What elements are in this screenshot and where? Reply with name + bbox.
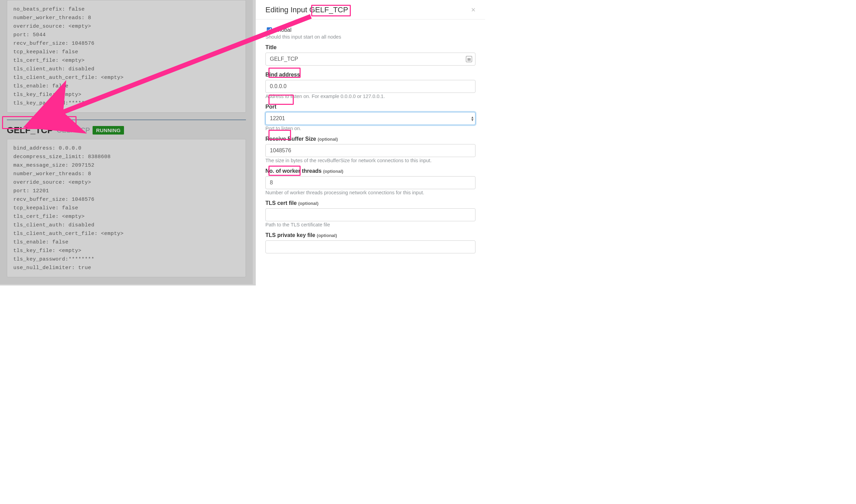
recv-buffer-input[interactable]	[265, 144, 475, 157]
config-line: tls_key_file: <empty>	[13, 247, 239, 255]
modal-title: Editing Input GELF_TCP	[265, 5, 348, 14]
config-line: tls_cert_file: <empty>	[13, 212, 239, 221]
recv-buffer-label: Receive Buffer Size (optional)	[265, 136, 475, 142]
optional-tag: (optional)	[298, 201, 318, 206]
config-line: tls_client_auth_cert_file: <empty>	[13, 73, 239, 82]
bind-address-label: Bind address	[265, 72, 475, 78]
recv-buffer-help: The size in bytes of the recvBufferSize …	[265, 158, 475, 163]
modal-title-prefix: Editing Input	[265, 5, 309, 14]
status-badge: RUNNING	[93, 126, 124, 135]
gelf-input-header: GELF_TCP GELF TCP RUNNING	[7, 124, 246, 139]
worker-threads-label: No. of worker threads (optional)	[265, 168, 475, 174]
config-line: tls_client_auth: disabled	[13, 221, 239, 229]
config-line: port: 12201	[13, 187, 239, 195]
config-line: max_message_size: 2097152	[13, 161, 239, 170]
bind-address-help: Address to listen on. For example 0.0.0.…	[265, 94, 475, 99]
recv-buffer-label-text: Receive Buffer Size	[265, 136, 316, 142]
gelf-input-title: GELF_TCP	[7, 125, 53, 136]
modal-title-name: GELF_TCP	[309, 5, 348, 14]
optional-tag: (optional)	[323, 169, 343, 174]
tls-cert-input[interactable]	[265, 208, 475, 221]
optional-tag: (optional)	[317, 233, 337, 238]
config-box-top: no_beats_prefix: falsenumber_worker_thre…	[7, 0, 246, 113]
modal-header: Editing Input GELF_TCP ×	[256, 0, 485, 19]
modal-body: Global Should this input start on all no…	[256, 19, 485, 257]
config-line: number_worker_threads: 8	[13, 170, 239, 178]
worker-threads-label-text: No. of worker threads	[265, 168, 321, 174]
config-line: tls_cert_file: <empty>	[13, 56, 239, 65]
tls-key-label: TLS private key file (optional)	[265, 232, 475, 238]
config-line: recv_buffer_size: 1048576	[13, 195, 239, 204]
config-line: override_source: <empty>	[13, 178, 239, 187]
tls-cert-label: TLS cert file (optional)	[265, 200, 475, 206]
config-line: tls_client_auth: disabled	[13, 65, 239, 73]
config-line: use_null_delimiter: true	[13, 264, 239, 272]
config-box-bottom: bind_address: 0.0.0.0decompress_size_lim…	[7, 139, 246, 277]
tls-key-input[interactable]	[265, 240, 475, 253]
port-label: Port	[265, 104, 475, 110]
left-pane: no_beats_prefix: falsenumber_worker_thre…	[0, 0, 253, 284]
config-line: no_beats_prefix: false	[13, 5, 239, 14]
config-line: tcp_keepalive: false	[13, 48, 239, 56]
worker-threads-help: Number of worker threads processing netw…	[265, 190, 475, 195]
config-line: tls_client_auth_cert_file: <empty>	[13, 229, 239, 238]
tls-cert-help: Path to the TLS certificate file	[265, 222, 475, 227]
divider	[7, 120, 246, 120]
tls-cert-label-text: TLS cert file	[265, 200, 297, 206]
config-line: tls_enable: false	[13, 238, 239, 247]
tls-key-label-text: TLS private key file	[265, 232, 315, 238]
config-line: tls_key_password:********	[13, 99, 239, 108]
global-checkbox-label[interactable]: Global	[276, 27, 291, 33]
bind-address-input[interactable]	[265, 80, 475, 93]
config-line: bind_address: 0.0.0.0	[13, 144, 239, 153]
config-line: port: 5044	[13, 31, 239, 39]
port-help: Port to listen on.	[265, 126, 475, 131]
config-line: decompress_size_limit: 8388608	[13, 153, 239, 161]
port-input[interactable]	[265, 112, 475, 125]
optional-tag: (optional)	[318, 137, 338, 142]
config-line: tcp_keepalive: false	[13, 204, 239, 212]
edit-input-modal: Editing Input GELF_TCP × Global Should t…	[256, 0, 485, 285]
gelf-input-subtitle: GELF TCP	[57, 126, 90, 134]
title-field-label: Title	[265, 44, 475, 51]
global-checkbox[interactable]	[267, 27, 272, 32]
worker-threads-input[interactable]	[265, 176, 475, 189]
global-help-text: Should this input start on all nodes	[265, 34, 475, 40]
config-line: recv_buffer_size: 1048576	[13, 39, 239, 48]
config-line: tls_enable: false	[13, 82, 239, 90]
config-line: number_worker_threads: 8	[13, 14, 239, 22]
close-icon[interactable]: ×	[471, 6, 475, 14]
config-line: tls_key_file: <empty>	[13, 90, 239, 99]
config-line: override_source: <empty>	[13, 22, 239, 31]
config-line: tls_key_password:********	[13, 255, 239, 264]
title-input[interactable]	[265, 53, 475, 66]
